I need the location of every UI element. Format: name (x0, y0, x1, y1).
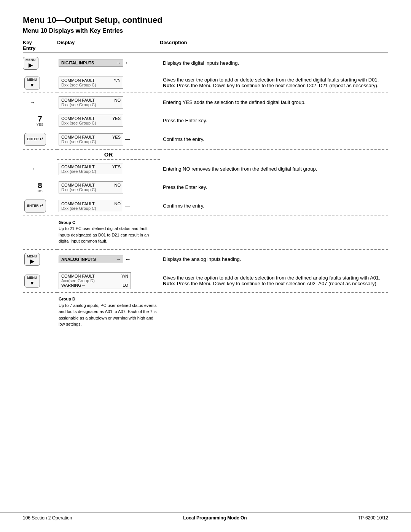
desc-cell-digital-inputs: Displays the digital inputs heading. (160, 53, 388, 73)
display-box-cf-no-1: COMMON FAULT NO Dxx (see Group C) (59, 96, 123, 109)
display-cell-cf-no-enter: COMMON FAULT NO Dxx (see Group C) — (57, 197, 160, 216)
desc-cell-cf-no-8: Press the Enter key. (160, 178, 388, 197)
table-row: → COMMON FAULT YES Dxx (see Group C) Ent… (23, 160, 388, 178)
display-box-cf-no-enter: COMMON FAULT NO Dxx (see Group C) (59, 200, 123, 212)
desc-cell-cf-yes-7: Press the Enter key. (160, 112, 388, 130)
col-header-desc: Description (160, 40, 388, 51)
arrow-back-2: ← (125, 256, 131, 263)
display-box-cf-yn-1: COMMON FAULT Y/N Dxx (see Group C) (59, 77, 123, 89)
display-cell-cf-yes-2: COMMON FAULT YES Dxx (see Group C) (57, 160, 160, 178)
table-row: ENTER ↵ COMMON FAULT YES Dxx (see Group … (23, 130, 388, 149)
page-title: Menu 10—Output Setup, continued (23, 15, 388, 25)
desc-cell-cf-yn-1: Gives the user the option to add or dele… (160, 73, 388, 93)
col-header-key: KeyEntry (23, 40, 57, 51)
or-label: OR (57, 149, 160, 160)
desc-cell-cf-yes-2: Entering NO removes the selection from t… (160, 160, 388, 178)
desc-cell-cf-no-enter: Confirms the entry. (160, 197, 388, 216)
dash-line-1: — (125, 136, 130, 142)
key-cell-arrow-right-2: → (23, 160, 57, 178)
display-box-cf-no-8: COMMON FAULT NO Dxx (see Group C) (59, 181, 123, 193)
footer-left: 106 Section 2 Operation (23, 515, 72, 521)
display-box-cf-warning: COMMON FAULT Y/N Axx(see Group D) WARNIN… (59, 272, 131, 289)
display-cell-analog-inputs: ANALOG INPUTS → ← (57, 249, 160, 269)
key-cell-7-yes: 7 YES (23, 112, 57, 130)
group-c-cell: Group C Up to 21 PC user-defined digital… (57, 216, 160, 249)
key-cell-8-no: 8 NO (23, 178, 57, 197)
desc-cell-cf-yes-enter: Confirms the entry. (160, 130, 388, 149)
table-row: MENU ▼ COMMON FAULT Y/N Dxx (see Group C… (23, 73, 388, 93)
display-cell-cf-no-8: COMMON FAULT NO Dxx (see Group C) (57, 178, 160, 197)
display-box-analog-inputs: ANALOG INPUTS → (59, 256, 123, 263)
table-row: 7 YES COMMON FAULT YES Dxx (see Group C)… (23, 112, 388, 130)
desc-cell-cf-no-1: Entering YES adds the selection to the d… (160, 93, 388, 112)
dash-line-2: — (125, 203, 130, 209)
display-box-cf-yes-7: COMMON FAULT YES Dxx (see Group C) (59, 115, 123, 127)
table-row: MENU ▶ ANALOG INPUTS → ← Displays the an… (23, 249, 388, 269)
display-cell-cf-warning: COMMON FAULT Y/N Axx(see Group D) WARNIN… (57, 269, 160, 293)
footer-right: TP-6200 10/12 (358, 515, 388, 521)
key-cell-menu-right-2: MENU ▶ (23, 249, 57, 269)
table-row: 8 NO COMMON FAULT NO Dxx (see Group C) P… (23, 178, 388, 197)
menu-down-button-1[interactable]: MENU ▼ (24, 77, 40, 89)
table-row: ENTER ↵ COMMON FAULT NO Dxx (see Group C… (23, 197, 388, 216)
table-row: MENU ▶ DIGITAL INPUTS → ← Displays the d… (23, 53, 388, 73)
enter-button-1[interactable]: ENTER ↵ (24, 133, 46, 146)
group-d-cell: Group D Up to 7 analog inputs, PC user-d… (57, 292, 160, 334)
table-row: → COMMON FAULT NO Dxx (see Group C) Ente… (23, 93, 388, 112)
table-row: MENU ▼ COMMON FAULT Y/N Axx(see Group D)… (23, 269, 388, 293)
display-cell-cf-no-1: COMMON FAULT NO Dxx (see Group C) (57, 93, 160, 112)
menu-right-button-2[interactable]: MENU ▶ (24, 253, 40, 266)
desc-cell-cf-warning: Gives the user the option to add or dele… (160, 269, 388, 293)
key-cell-menu-right-1: MENU ▶ (23, 53, 57, 73)
key-cell-enter-2: ENTER ↵ (23, 197, 57, 216)
main-table: MENU ▶ DIGITAL INPUTS → ← Displays the d… (23, 53, 388, 334)
footer: 106 Section 2 Operation Local Programmin… (0, 513, 411, 521)
group-d-row: Group D Up to 7 analog inputs, PC user-d… (23, 292, 388, 334)
display-cell-digital-inputs: DIGITAL INPUTS → ← (57, 53, 160, 73)
page-subtitle: Menu 10 Displays with Key Entries (23, 27, 388, 34)
desc-cell-analog-inputs: Displays the analog inputs heading. (160, 249, 388, 269)
display-cell-cf-yn-1: COMMON FAULT Y/N Dxx (see Group C) (57, 73, 160, 93)
group-c-row: Group C Up to 21 PC user-defined digital… (23, 216, 388, 249)
arrow-right-indicator-2: → (24, 166, 56, 172)
display-box-cf-yes-enter: COMMON FAULT YES Dxx (see Group C) (59, 133, 123, 145)
key-cell-enter-1: ENTER ↵ (23, 130, 57, 149)
menu-down-button-2[interactable]: MENU ▼ (24, 275, 40, 288)
display-cell-cf-yes-enter: COMMON FAULT YES Dxx (see Group C) — (57, 130, 160, 149)
display-cell-cf-yes-7: COMMON FAULT YES Dxx (see Group C) (57, 112, 160, 130)
col-header-display: Display (57, 40, 160, 51)
display-box-cf-yes-2: COMMON FAULT YES Dxx (see Group C) (59, 163, 123, 175)
enter-button-2[interactable]: ENTER ↵ (24, 200, 46, 212)
key-cell-arrow-right-1: → (23, 93, 57, 112)
key-cell-menu-down-2: MENU ▼ (23, 269, 57, 293)
key-cell-menu-down-1: MENU ▼ (23, 73, 57, 93)
arrow-right-indicator-1: → (24, 99, 56, 105)
display-box-digital-inputs: DIGITAL INPUTS → (59, 59, 123, 67)
menu-right-button-1[interactable]: MENU ▶ (23, 57, 38, 70)
arrow-back-1: ← (125, 59, 131, 66)
footer-center: Local Programming Mode On (183, 515, 247, 521)
or-divider-row: OR (23, 149, 388, 160)
